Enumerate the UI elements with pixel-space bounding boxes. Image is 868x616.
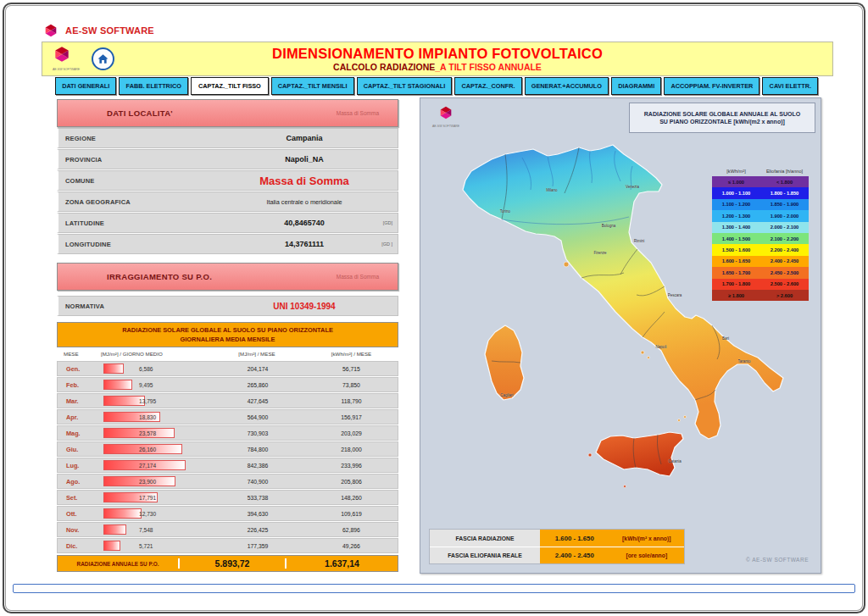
subtitle-suffix: _A TILT FISSO ANNUALE [435, 62, 542, 72]
mj-mese-value: 533,738 [210, 495, 305, 501]
radiation-table-header: RADIAZIONE SOLARE GLOBALE AL SUOLO SU PI… [57, 322, 398, 347]
radiation-bar [103, 508, 142, 519]
city-label: Taranto [737, 359, 750, 363]
giorno-medio-value: 18,830 [139, 414, 156, 420]
table-row[interactable]: Lug. 27,174 842,386 233,996 [57, 458, 398, 473]
app-window: AE-SW SOFTWARE AE-SW SOFTWARE DIMENSIONA… [3, 3, 865, 613]
month-bar-cell: 17,791 [102, 491, 210, 504]
kwh-mese-value: 148,260 [305, 495, 398, 501]
table-title-line2: GIORNALIERA MEDIA MENSILE [58, 336, 398, 343]
city-label: Pescara [668, 293, 682, 297]
normativa-value: UNI 10349-1994 [232, 302, 376, 311]
aesw-logo-icon [43, 23, 58, 38]
month-bar-cell: 13,795 [102, 394, 210, 408]
normativa-row[interactable]: NORMATIVA UNI 10349-1994 [57, 296, 398, 316]
mj-mese-value: 394,630 [210, 511, 305, 517]
tab[interactable]: DIAGRAMMI [611, 77, 661, 95]
kwh-mese-value: 156,917 [305, 414, 398, 420]
info-row[interactable]: LATITUDINE 40,8465740 [GD] [57, 213, 398, 233]
info-row[interactable]: COMUNE Massa di Somma [57, 170, 398, 191]
table-row[interactable]: Mag. 23,578 730,903 203,029 [57, 425, 398, 441]
section-header-dati-localita: DATI LOCALITA' Massa di Somma [57, 99, 398, 127]
fascia-unit: [ore sole/anno] [609, 552, 684, 558]
subtitle-prefix: CALCOLO RADIAZIONE [333, 62, 435, 72]
mj-mese-value: 427,645 [210, 398, 305, 404]
legend-kwh-range: ≤ 1.000 [712, 180, 760, 185]
table-row[interactable]: Nov. 7,548 226,425 62,896 [57, 522, 398, 537]
legend-eliofania-range: < 1.800 [760, 180, 809, 185]
info-label: COMUNE [58, 177, 95, 185]
tab[interactable]: FABB. ELETTRICO [119, 77, 188, 95]
legend-eliofania-range: 2.200 - 2.400 [760, 247, 809, 253]
tab[interactable]: CAPTAZ._CONFR. [454, 77, 521, 95]
tab[interactable]: DATI GENERALI [55, 77, 116, 95]
legend-eliofania-range: 2.450 - 2.500 [760, 270, 809, 275]
city-label: Bari [722, 336, 729, 341]
home-button[interactable] [92, 47, 114, 70]
legend-col2-header: Eliofania [h/anno] [760, 169, 809, 174]
legend-row: 1.700 - 1.800 2.500 - 2.600 [712, 279, 809, 290]
legend-eliofania-range: 2.500 - 2.600 [760, 281, 809, 286]
month-bar-cell: 5,721 [102, 539, 210, 552]
giorno-medio-value: 17,791 [139, 495, 156, 501]
giorno-medio-value: 7,548 [139, 527, 153, 533]
month-bar-cell: 23,900 [102, 474, 210, 488]
month-bar-cell: 9,495 [102, 378, 210, 391]
legend-eliofania-range: > 2.600 [760, 293, 809, 298]
table-row[interactable]: Feb. 9,495 265,860 73,850 [57, 377, 398, 392]
table-row[interactable]: Giu. 26,160 784,800 218,000 [57, 441, 398, 457]
aesw-logo-icon [438, 105, 453, 120]
table-row[interactable]: Mar. 13,795 427,645 118,790 [57, 393, 398, 408]
legend-row: 1.200 - 1.300 1.900 - 2.000 [712, 210, 809, 221]
col-header-mese: MESE [57, 351, 101, 357]
month-label: Set. [58, 494, 102, 502]
info-value: Campania [232, 134, 376, 142]
kwh-mese-value: 218,000 [305, 447, 398, 452]
info-unit: [GD ] [381, 241, 392, 247]
tab[interactable]: GENERAT.+ACCUMULO [525, 77, 609, 95]
table-row[interactable]: Gen. 6,586 204,174 56,715 [57, 361, 398, 376]
city-label: Torino [500, 209, 510, 214]
info-row[interactable]: LONGITUDINE 14,3761111 [GD ] [57, 234, 398, 254]
table-row[interactable]: Ago. 23,900 740,900 205,806 [57, 474, 398, 489]
table-row[interactable]: Apr. 18,830 564,900 156,917 [57, 409, 398, 425]
legend-row: 1.300 - 1.400 2.000 - 2.100 [712, 222, 809, 233]
bottom-scroll-strip[interactable] [13, 584, 855, 593]
city-label: Milano [546, 188, 557, 192]
map-header-line2: SU PIANO ORIZZONTALE [kWh/(m2 x anno)] [630, 119, 815, 125]
col-header-giorno: [MJ/m²] / GIORNO MEDIO [101, 351, 209, 357]
mj-mese-value: 265,860 [210, 382, 305, 388]
kwh-mese-value: 233,996 [305, 463, 398, 469]
fascia-summary: FASCIA RADIAZIONE 1.600 - 1.650 [kWh/(m²… [429, 529, 685, 564]
section-header-irraggiamento: IRRAGGIAMENTO SU P.O. Massa di Somma [57, 263, 398, 291]
city-label: Venezia [626, 185, 639, 189]
table-row[interactable]: Ott. 12,730 394,630 109,619 [57, 506, 398, 521]
legend-col1-header: [kWh/m²] [712, 169, 760, 174]
table-row[interactable]: Dic. 5,721 177,359 49,266 [57, 538, 398, 553]
info-label: ZONA GEOGRAFICA [58, 198, 131, 206]
tab[interactable]: CAVI ELETTR. [762, 77, 818, 95]
info-row[interactable]: ZONA GEOGRAFICA Italia centrale o meridi… [57, 191, 398, 212]
legend-kwh-range: 1.200 - 1.300 [712, 214, 760, 219]
month-label: Ott. [58, 510, 102, 518]
mj-mese-value: 204,174 [210, 366, 305, 372]
col-header-kwh-mese: [kWh/m²] / MESE [304, 351, 398, 357]
legend-row: 1.650 - 1.700 2.450 - 2.500 [712, 267, 809, 278]
section-watermark: Massa di Somma [337, 110, 379, 116]
radiation-bar [103, 541, 120, 551]
kwh-mese-value: 73,850 [305, 382, 398, 388]
table-row[interactable]: Set. 17,791 533,738 148,260 [57, 490, 398, 505]
tab[interactable]: CAPTAZ._TILT FISSO [191, 77, 269, 95]
tab-bar: DATI GENERALI FABB. ELETTRICO CAPTAZ._TI… [55, 77, 818, 95]
kwh-mese-value: 118,790 [305, 398, 398, 404]
radiation-bar [103, 363, 124, 374]
logo-caption: AE-SW SOFTWARE [53, 68, 80, 71]
tab[interactable]: CAPTAZ._TILT MENSILI [271, 77, 354, 95]
home-icon [97, 53, 109, 65]
info-row[interactable]: PROVINCIA Napoli_NA [57, 149, 398, 169]
giorno-medio-value: 9,495 [139, 382, 153, 388]
info-row[interactable]: REGIONE Campania [57, 128, 398, 148]
tab[interactable]: CAPTAZ._TILT STAGIONALI [357, 77, 453, 95]
kwh-mese-value: 203,029 [305, 430, 398, 436]
tab[interactable]: ACCOPPIAM. FV-INVERTER [664, 77, 760, 95]
